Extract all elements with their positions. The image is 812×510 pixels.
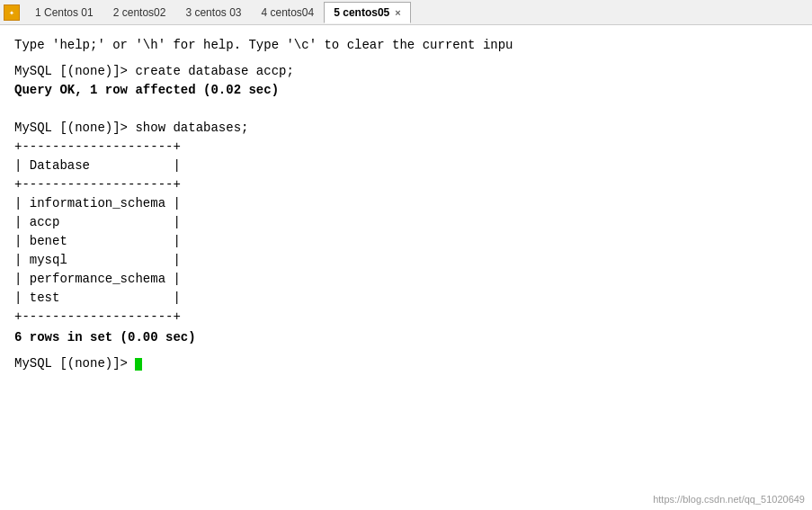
tab-bar: ✦ 1 Centos 01 2 centos02 3 centos 03 4 c… xyxy=(0,0,812,25)
show-databases-command: MySQL [(none)]> show databases; xyxy=(14,119,798,138)
tab-centos02[interactable]: 2 centos02 xyxy=(103,2,176,23)
table-row-info-schema: | information_schema | xyxy=(14,194,798,213)
tab-centos03[interactable]: 3 centos 03 xyxy=(175,2,251,23)
table-row-test: | test | xyxy=(14,289,798,308)
terminal-content: Type 'help;' or '\h' for help. Type '\c'… xyxy=(0,25,812,384)
table-header: | Database | xyxy=(14,157,798,175)
tab-centos01[interactable]: 1 Centos 01 xyxy=(25,2,103,23)
table-header-border: +--------------------+ xyxy=(14,175,798,194)
table-row-benet: | benet | xyxy=(14,232,798,251)
row-count-line: 6 rows in set (0.00 sec) xyxy=(14,328,798,347)
app-icon: ✦ xyxy=(4,4,20,21)
tab-centos04[interactable]: 4 centos04 xyxy=(251,2,324,23)
tab-centos05[interactable]: 5 centos05 × xyxy=(324,2,410,23)
table-bottom-border: +--------------------+ xyxy=(14,308,798,327)
watermark: https://blog.csdn.net/qq_51020649 xyxy=(653,494,805,505)
help-text-line: Type 'help;' or '\h' for help. Type '\c'… xyxy=(14,36,798,55)
blank-line xyxy=(14,100,798,119)
table-row-performance-schema: | performance_schema | xyxy=(14,270,798,289)
cursor xyxy=(135,358,142,371)
table-row-mysql: | mysql | xyxy=(14,251,798,270)
create-db-command: MySQL [(none)]> create database accp; xyxy=(14,62,798,81)
table-top-border: +--------------------+ xyxy=(14,138,798,157)
close-tab-icon[interactable]: × xyxy=(395,7,400,18)
next-prompt-line: MySQL [(none)]> xyxy=(14,354,798,373)
query-ok-line: Query OK, 1 row affected (0.02 sec) xyxy=(14,81,798,100)
table-row-accp: | accp | xyxy=(14,213,798,232)
